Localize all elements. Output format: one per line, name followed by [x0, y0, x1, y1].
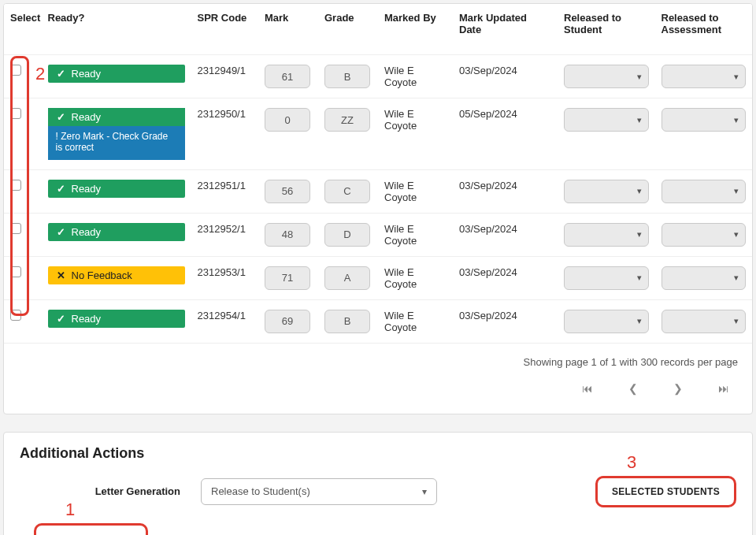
released-to-assessment-select[interactable]: ▾: [662, 266, 747, 290]
table-row: ✓Ready 2312951/1 56 C Wile E Coyote 03/S…: [4, 169, 752, 213]
chevron-down-icon: ▾: [734, 186, 739, 196]
chevron-down-icon: ▾: [422, 486, 427, 497]
mark-input[interactable]: 61: [265, 65, 310, 88]
ready-badge: ✓Ready: [48, 65, 185, 83]
additional-actions-title: Additional Actions: [20, 445, 736, 462]
mark-input[interactable]: 48: [265, 223, 310, 247]
letter-generation-select[interactable]: Release to Student(s) ▾: [201, 478, 437, 505]
row-select-checkbox[interactable]: [10, 310, 21, 321]
spr-code: 2312952/1: [191, 213, 259, 256]
mark-input[interactable]: 71: [265, 266, 310, 290]
mark-updated-date: 03/Sep/2024: [453, 299, 558, 343]
marked-by: Wile E Coyote: [378, 169, 453, 213]
mark-updated-date: 05/Sep/2024: [453, 98, 558, 170]
table-row: ✓Ready! Zero Mark - Check Grade is corre…: [4, 98, 752, 170]
col-header-select[interactable]: Select: [4, 4, 42, 55]
col-header-released-student[interactable]: Released to Student: [558, 4, 655, 55]
check-icon: ✓: [56, 183, 67, 195]
chevron-down-icon: ▾: [734, 229, 739, 240]
grade-input[interactable]: ZZ: [324, 108, 370, 132]
pager-first-icon[interactable]: ⏮: [573, 377, 602, 399]
mark-updated-date: 03/Sep/2024: [453, 213, 558, 256]
chevron-down-icon: ▾: [637, 316, 642, 326]
additional-actions-card: Additional Actions Letter Generation Rel…: [3, 432, 753, 535]
spr-code: 2312949/1: [191, 55, 259, 98]
zero-mark-warning-badge: ! Zero Mark - Check Grade is correct: [48, 126, 185, 160]
mark-updated-date: 03/Sep/2024: [453, 256, 558, 299]
table-row: ✓Ready 2312954/1 69 B Wile E Coyote 03/S…: [4, 299, 752, 343]
row-select-checkbox[interactable]: [10, 180, 21, 191]
no-feedback-badge: ✕No Feedback: [48, 266, 185, 284]
col-header-date[interactable]: Mark Updated Date: [453, 4, 558, 55]
chevron-down-icon: ▾: [637, 115, 642, 125]
col-header-by[interactable]: Marked By: [378, 4, 453, 55]
mark-input[interactable]: 69: [265, 310, 310, 333]
ready-badge: ✓Ready: [48, 223, 185, 241]
ready-badge: ✓Ready: [48, 108, 185, 126]
chevron-down-icon: ▾: [734, 115, 739, 125]
grade-input[interactable]: C: [324, 180, 370, 203]
chevron-down-icon: ▾: [637, 273, 642, 283]
col-header-spr[interactable]: SPR Code: [191, 4, 259, 55]
col-header-mark[interactable]: Mark: [258, 4, 318, 55]
released-to-assessment-select[interactable]: ▾: [662, 223, 747, 247]
table-row: ✓Ready 2312949/1 61 B Wile E Coyote 03/S…: [4, 55, 752, 98]
mark-updated-date: 03/Sep/2024: [453, 169, 558, 213]
row-select-checkbox[interactable]: [10, 65, 21, 76]
col-header-released-assessment[interactable]: Released to Assessment: [655, 4, 753, 55]
spr-code: 2312950/1: [191, 98, 259, 170]
selected-students-button[interactable]: SELECTED STUDENTS: [595, 476, 736, 507]
ready-badge: ✓Ready: [48, 180, 185, 198]
pager-next-icon[interactable]: ❯: [664, 377, 692, 399]
ready-badge-label: Ready: [72, 111, 102, 123]
table-row: ✓Ready 2312952/1 48 D Wile E Coyote 03/S…: [4, 213, 752, 256]
paging-summary: Showing page 1 of 1 with 300 records per…: [4, 344, 752, 371]
grade-input[interactable]: A: [324, 266, 370, 290]
grade-input[interactable]: D: [324, 223, 370, 247]
marked-by: Wile E Coyote: [378, 256, 453, 299]
ready-badge-label: Ready: [72, 313, 102, 325]
marks-table: Select Ready? SPR Code Mark Grade Marked…: [4, 4, 752, 344]
chevron-down-icon: ▾: [734, 72, 739, 82]
row-select-checkbox[interactable]: [10, 266, 21, 277]
col-header-grade[interactable]: Grade: [318, 4, 378, 55]
row-select-checkbox[interactable]: [10, 108, 21, 119]
pager: ⏮ ❮ ❯ ⏭: [4, 371, 752, 414]
pager-last-icon[interactable]: ⏭: [710, 377, 738, 399]
grade-input[interactable]: B: [324, 65, 370, 88]
released-to-student-select[interactable]: ▾: [564, 310, 649, 333]
released-to-assessment-select[interactable]: ▾: [662, 310, 747, 333]
marked-by: Wile E Coyote: [378, 299, 453, 343]
marks-table-card: Select Ready? SPR Code Mark Grade Marked…: [3, 3, 753, 414]
mark-input[interactable]: 0: [265, 108, 310, 132]
zero-mark-warning-label: ! Zero Mark - Check Grade is correct: [56, 131, 177, 154]
cross-icon: ✕: [56, 269, 67, 281]
chevron-down-icon: ▾: [637, 229, 642, 240]
released-to-student-select[interactable]: ▾: [564, 266, 649, 290]
mark-input[interactable]: 56: [265, 180, 310, 203]
released-to-student-select[interactable]: ▾: [564, 223, 649, 247]
released-to-student-select[interactable]: ▾: [564, 65, 649, 88]
chevron-down-icon: ▾: [637, 186, 642, 196]
released-to-assessment-select[interactable]: ▾: [662, 65, 747, 88]
chevron-down-icon: ▾: [734, 273, 739, 283]
spr-code: 2312953/1: [191, 256, 259, 299]
col-header-ready[interactable]: Ready?: [42, 4, 191, 55]
table-row: ✕No Feedback 2312953/1 71 A Wile E Coyot…: [4, 256, 752, 299]
released-to-student-select[interactable]: ▾: [564, 180, 649, 203]
all-students-button[interactable]: ALL STUDENTS: [34, 523, 148, 535]
annotation-number-1: 1: [65, 500, 75, 520]
marked-by: Wile E Coyote: [378, 55, 453, 98]
letter-generation-select-value: Release to Student(s): [211, 485, 310, 497]
pager-prev-icon[interactable]: ❮: [619, 377, 647, 399]
released-to-assessment-select[interactable]: ▾: [662, 108, 747, 132]
released-to-student-select[interactable]: ▾: [564, 108, 649, 132]
row-select-checkbox[interactable]: [10, 223, 21, 234]
chevron-down-icon: ▾: [637, 72, 642, 82]
letter-generation-label: Letter Generation: [20, 485, 185, 497]
check-icon: ✓: [56, 68, 67, 80]
mark-updated-date: 03/Sep/2024: [453, 55, 558, 98]
spr-code: 2312951/1: [191, 169, 259, 213]
released-to-assessment-select[interactable]: ▾: [662, 180, 747, 203]
grade-input[interactable]: B: [324, 310, 370, 333]
